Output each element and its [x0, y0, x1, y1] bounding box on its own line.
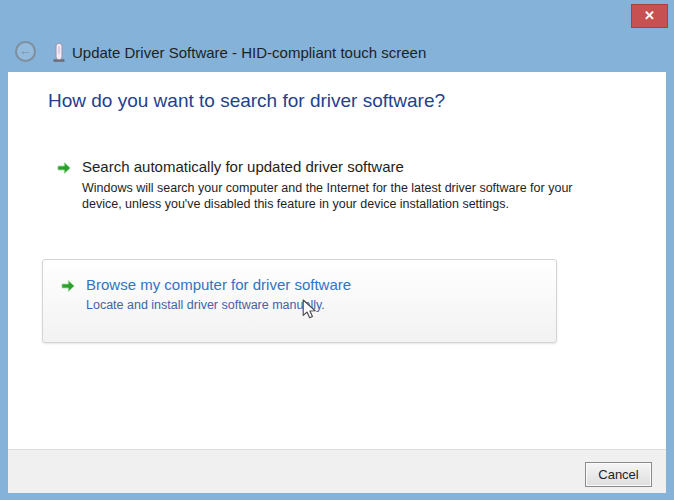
window-title: Update Driver Software - HID-compliant t…	[72, 44, 426, 61]
update-driver-wizard-window: ✕ ← Update Driver Software - HID-complia…	[0, 0, 674, 500]
close-icon: ✕	[644, 8, 655, 23]
mouse-cursor-icon	[302, 299, 317, 320]
green-arrow-icon	[59, 278, 77, 294]
close-button[interactable]: ✕	[631, 4, 668, 28]
page-title: How do you want to search for driver sof…	[48, 90, 445, 112]
back-button[interactable]: ←	[15, 41, 36, 62]
green-arrow-icon	[55, 160, 73, 176]
cancel-button[interactable]: Cancel	[585, 462, 652, 487]
option-browse-computer[interactable]: Browse my computer for driver software L…	[42, 259, 557, 343]
driver-device-icon	[49, 41, 69, 63]
option-title: Search automatically for updated driver …	[82, 158, 574, 175]
option-description: Windows will search your computer and th…	[82, 180, 574, 212]
option-title: Browse my computer for driver software	[86, 276, 351, 293]
wizard-content: How do you want to search for driver sof…	[8, 72, 666, 449]
back-arrow-icon: ←	[19, 43, 32, 58]
option-search-automatically[interactable]: Search automatically for updated driver …	[55, 158, 595, 212]
wizard-footer: Cancel	[8, 449, 666, 493]
